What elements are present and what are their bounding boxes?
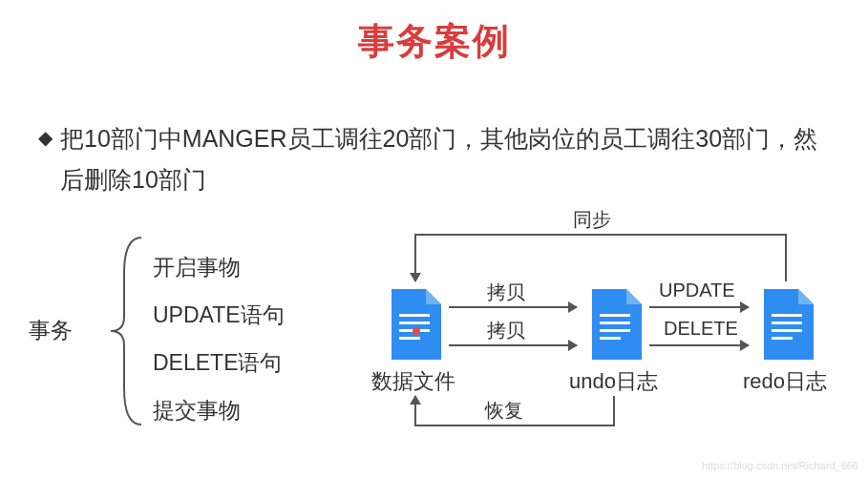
undo-log-label: undo日志 [569,367,658,396]
description-row: ◆ 把10部门中MANGER员工调往20部门，其他岗位的员工调往30部门，然后删… [38,118,830,199]
document-icon [760,289,814,360]
svg-rect-6 [600,321,630,324]
sync-line-h [414,234,787,236]
diagram-area: 事务 开启事物 UPDATE语句 DELETE语句 提交事物 数据文件 undo… [0,224,868,463]
svg-rect-9 [772,314,802,317]
bullet-icon: ◆ [38,118,53,156]
transaction-label: 事务 [29,316,73,345]
svg-rect-5 [600,314,630,317]
arrow-delete [649,344,749,346]
arrow-copy-2 [449,344,577,346]
data-file-label: 数据文件 [371,367,455,396]
label-delete: DELETE [664,318,738,340]
svg-point-4 [413,327,420,335]
step-open: 开启事物 [153,243,285,291]
label-restore: 恢复 [485,398,523,424]
arrow-copy-1 [449,306,577,308]
transaction-steps: 开启事物 UPDATE语句 DELETE语句 提交事物 [153,243,285,434]
svg-rect-0 [399,314,430,317]
restore-line-v2 [414,396,416,425]
svg-rect-1 [399,321,430,324]
label-sync: 同步 [573,207,611,233]
document-icon [388,289,441,360]
sync-line-v1 [785,234,787,281]
arrow-update [649,306,749,308]
svg-rect-11 [772,329,802,332]
svg-rect-12 [772,337,793,340]
sync-line-v2 [414,234,416,281]
document-icon [588,289,642,360]
brace-icon [107,236,145,426]
description-text: 把10部门中MANGER员工调往20部门，其他岗位的员工调往30部门，然后删除1… [60,118,830,199]
restore-line-v1 [613,396,615,425]
step-update: UPDATE语句 [153,291,285,339]
svg-rect-3 [399,337,420,340]
label-copy-1: 拷贝 [487,280,525,305]
label-copy-2: 拷贝 [487,318,525,343]
watermark: https://blog.csdn.net/Richard_666 [702,460,858,471]
svg-rect-8 [600,337,621,340]
redo-log-label: redo日志 [743,367,827,396]
svg-rect-7 [600,329,630,332]
svg-rect-10 [772,321,802,324]
page-title: 事务案例 [0,0,868,66]
step-delete: DELETE语句 [153,339,285,386]
label-update: UPDATE [659,280,735,301]
step-commit: 提交事物 [153,386,285,434]
restore-line-h [414,425,615,426]
